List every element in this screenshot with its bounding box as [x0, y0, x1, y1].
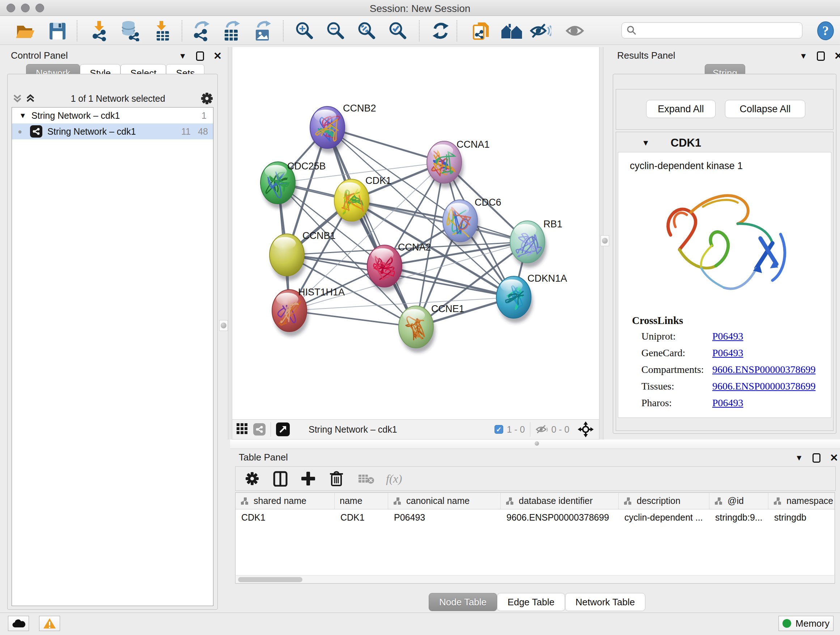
left-splitter-handle[interactable] — [219, 320, 228, 331]
external-arrow-icon — [279, 425, 287, 434]
current-network-name: String Network – cdk1 — [309, 424, 397, 435]
export-network-button[interactable] — [190, 20, 212, 41]
table-settings-gear-icon[interactable] — [245, 471, 259, 486]
table-tab-edge-table[interactable]: Edge Table — [497, 593, 565, 611]
open-session-button[interactable] — [14, 20, 35, 41]
show-all-button[interactable] — [564, 20, 586, 41]
import-table-button[interactable] — [151, 20, 173, 41]
gene-description: cyclin-dependent kinase 1 — [630, 160, 743, 172]
network-type-button[interactable] — [253, 423, 265, 435]
save-session-button[interactable] — [46, 20, 68, 41]
zoom-in-button[interactable] — [294, 20, 316, 41]
network-graph[interactable]: CCNB2CCNA1CDC25BCDK1CDC6RB1CCNB1CCNA2CDK… — [230, 47, 599, 419]
zoom-out-button[interactable] — [325, 20, 347, 41]
export-image-button[interactable] — [252, 20, 273, 41]
add-column-plus-icon[interactable] — [301, 471, 316, 486]
birds-eye-view-button[interactable] — [276, 423, 290, 436]
crosslink-link[interactable]: P06493 — [712, 347, 744, 359]
column-header-namespace[interactable]: namespace — [768, 493, 835, 509]
view-grid-button[interactable] — [236, 423, 248, 436]
zoom-out-icon — [325, 21, 346, 41]
expand-all-button[interactable]: Expand All — [646, 100, 715, 118]
collection-expand-triangle-icon[interactable]: ▼ — [19, 111, 27, 120]
memory-button[interactable]: Memory — [778, 616, 834, 631]
table-cell[interactable]: cyclin-dependent ... — [619, 509, 709, 525]
control-panel-close-button[interactable]: ✕ — [213, 51, 222, 61]
crosslink-link[interactable]: P06493 — [712, 331, 744, 342]
network-options-gear-icon[interactable] — [201, 92, 213, 105]
help-button[interactable]: ? — [815, 20, 836, 41]
table-cell[interactable]: CDK1 — [235, 509, 335, 525]
network-node-RB1[interactable] — [510, 221, 546, 268]
table-cell[interactable]: stringdb:9... — [709, 509, 768, 525]
export-table-button[interactable] — [221, 20, 242, 41]
table-cell[interactable]: CDK1 — [335, 509, 388, 525]
control-panel-float-button[interactable] — [196, 51, 204, 61]
show-columns-icon[interactable] — [272, 470, 288, 486]
refresh-button[interactable] — [430, 20, 452, 41]
table-cell[interactable]: stringdb — [768, 509, 835, 525]
collapse-all-button[interactable]: Collapse All — [725, 100, 805, 118]
column-header-canonical-name[interactable]: canonical name — [388, 493, 501, 509]
zoom-selected-button[interactable] — [387, 20, 409, 41]
first-neighbors-button[interactable] — [501, 20, 523, 41]
network-node-CDC6[interactable] — [443, 200, 479, 247]
column-scope-icon — [393, 497, 403, 505]
gene-symbol: CDK1 — [671, 136, 701, 149]
control-panel-menu-button[interactable]: ▼ — [179, 51, 187, 61]
crosslink-link[interactable]: 9606.ENSP00000378699 — [712, 380, 815, 392]
results-panel-close-button[interactable]: ✕ — [834, 51, 840, 61]
table-horizontal-scrollbar[interactable] — [236, 575, 834, 583]
crosslink-link[interactable]: P06493 — [712, 397, 744, 409]
gene-section-header[interactable]: ▼ CDK1 — [619, 135, 831, 151]
column-header-shared-name[interactable]: shared name — [235, 493, 335, 509]
cloud-button[interactable] — [8, 616, 29, 631]
import-network-database-button[interactable] — [119, 20, 141, 41]
node-label-CDKN1A: CDKN1A — [527, 273, 567, 284]
column-scope-icon — [624, 497, 633, 505]
crosslink-row: Uniprot:P06493 — [641, 331, 822, 347]
table-cell[interactable]: P06493 — [388, 509, 501, 525]
table-panel-close-button[interactable]: ✕ — [830, 453, 838, 463]
table-panel-float-button[interactable] — [813, 453, 821, 463]
node-label-CDC25B: CDC25B — [287, 161, 326, 172]
results-panel-menu-button[interactable]: ▼ — [799, 51, 807, 61]
network-node-CCNB2[interactable] — [310, 106, 347, 153]
table-panel-menu-button[interactable]: ▼ — [795, 453, 803, 463]
network-node-CCNE1[interactable] — [399, 306, 435, 353]
zoom-fit-button[interactable] — [356, 20, 378, 41]
column-header--id[interactable]: @id — [709, 493, 768, 509]
network-collection-row[interactable]: ▼ String Network – cdk1 1 — [12, 108, 213, 124]
node-table-row[interactable]: CDK1CDK1P064939606.ENSP00000378699cyclin… — [235, 509, 835, 525]
delete-column-trash-icon[interactable] — [328, 470, 345, 487]
selected-indicator-checkbox[interactable]: ✓ — [494, 425, 503, 434]
hidden-eye-slash-icon — [535, 424, 548, 434]
table-tab-node-table[interactable]: Node Table — [429, 593, 497, 611]
expand-all-chevron-icon[interactable] — [25, 93, 35, 104]
network-row-selected[interactable]: ● String Network – cdk1 11 48 — [12, 124, 213, 139]
column-header-name[interactable]: name — [335, 493, 388, 509]
save-icon — [47, 21, 67, 41]
table-cell[interactable]: 9606.ENSP00000378699 — [501, 509, 619, 525]
network-canvas[interactable]: CCNB2CCNA1CDC25BCDK1CDC6RB1CCNB1CCNA2CDK… — [230, 47, 599, 419]
left-splitter[interactable] — [228, 47, 232, 440]
scrollbar-thumb[interactable] — [238, 577, 302, 582]
warnings-button[interactable] — [39, 616, 60, 631]
column-header-database-identifier[interactable]: database identifier — [501, 493, 619, 509]
hide-selected-button[interactable] — [530, 20, 551, 41]
results-panel-float-button[interactable] — [817, 51, 825, 61]
network-node-CCNB1[interactable] — [270, 234, 306, 280]
search-input[interactable] — [640, 25, 799, 35]
network-node-CDK1[interactable] — [334, 179, 371, 226]
collection-label: String Network – cdk1 — [32, 111, 120, 121]
gene-collapse-triangle-icon[interactable]: ▼ — [642, 138, 650, 148]
column-header-description[interactable]: description — [619, 493, 709, 509]
clone-network-button[interactable] — [470, 20, 491, 41]
collapse-all-chevron-icon[interactable] — [12, 93, 22, 104]
table-tab-network-table[interactable]: Network Table — [565, 593, 645, 611]
zoom-selected-icon — [388, 21, 408, 41]
crosslink-link[interactable]: 9606.ENSP00000378699 — [712, 364, 815, 375]
import-network-file-button[interactable] — [88, 20, 110, 41]
horizontal-splitter[interactable] — [230, 440, 840, 449]
pan-crosshair-icon[interactable] — [577, 421, 594, 438]
